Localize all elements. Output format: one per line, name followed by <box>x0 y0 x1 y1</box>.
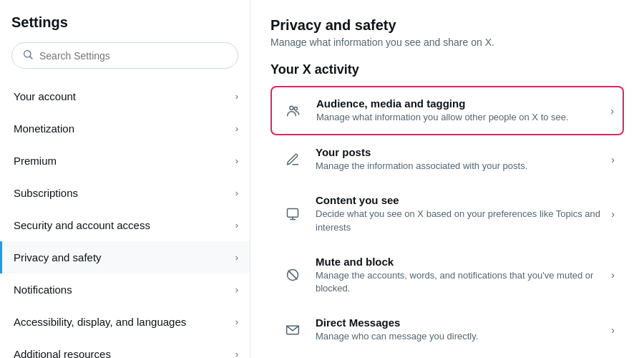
main-subtitle: Manage what information you see and shar… <box>270 37 624 48</box>
sidebar-item-security[interactable]: Security and account access › <box>0 209 250 241</box>
chevron-right-icon: › <box>235 252 238 263</box>
sidebar: Settings Your account › Monetization › P… <box>0 0 250 358</box>
item-desc: Manage the information associated with y… <box>316 160 601 173</box>
search-icon <box>22 49 34 62</box>
chevron-right-icon: › <box>235 316 238 327</box>
sidebar-item-label: Your account <box>14 90 76 102</box>
posts-icon <box>280 153 306 167</box>
chevron-right-icon: › <box>610 105 614 117</box>
sidebar-item-monetization[interactable]: Monetization › <box>0 112 250 145</box>
sidebar-item-label: Monetization <box>14 122 74 135</box>
audience-icon <box>280 104 306 118</box>
sidebar-item-label: Notifications <box>14 284 72 296</box>
chevron-right-icon: › <box>611 208 615 220</box>
sidebar-item-privacy[interactable]: Privacy and safety › <box>0 241 250 274</box>
setting-item-spaces[interactable]: Spaces Manage who can see your Spaces li… <box>270 354 624 358</box>
chevron-right-icon: › <box>235 349 238 358</box>
setting-item-direct-messages[interactable]: Direct Messages Manage who can message y… <box>270 306 624 354</box>
sidebar-item-label: Premium <box>14 155 57 167</box>
content-icon <box>280 207 306 221</box>
item-desc: Manage who can message you directly. <box>316 330 601 343</box>
mute-icon <box>280 268 306 282</box>
chevron-right-icon: › <box>611 154 615 165</box>
sidebar-item-label: Additional resources <box>14 348 111 358</box>
item-title: Audience, media and tagging <box>316 97 600 110</box>
search-box[interactable] <box>11 42 238 69</box>
setting-item-mute-block[interactable]: Mute and block Manage the accounts, word… <box>270 245 624 306</box>
sidebar-item-label: Accessibility, display, and languages <box>14 316 186 328</box>
chevron-right-icon: › <box>235 188 238 198</box>
chevron-right-icon: › <box>611 269 615 281</box>
setting-item-audience[interactable]: Audience, media and tagging Manage what … <box>270 86 624 135</box>
item-title: Content you see <box>316 194 601 206</box>
chevron-right-icon: › <box>235 91 238 102</box>
item-desc: Decide what you see on X based on your p… <box>316 208 601 233</box>
item-title: Your posts <box>316 146 601 158</box>
chevron-right-icon: › <box>611 324 615 336</box>
search-input[interactable] <box>39 50 228 62</box>
item-title: Direct Messages <box>316 316 601 329</box>
sidebar-item-subscriptions[interactable]: Subscriptions › <box>0 177 250 209</box>
svg-line-6 <box>288 271 297 280</box>
item-desc: Manage what information you allow other … <box>316 111 600 124</box>
item-desc: Manage the accounts, words, and notifica… <box>316 269 601 295</box>
main-title: Privacy and safety <box>270 17 624 34</box>
sidebar-item-premium[interactable]: Premium › <box>0 145 250 177</box>
section-title: Your X activity <box>270 62 624 77</box>
svg-point-2 <box>290 106 293 110</box>
sidebar-item-your-account[interactable]: Your account › <box>0 80 250 112</box>
chevron-right-icon: › <box>235 220 238 231</box>
sidebar-item-accessibility[interactable]: Accessibility, display, and languages › <box>0 306 250 338</box>
svg-point-3 <box>294 107 297 110</box>
sidebar-title: Settings <box>0 14 250 42</box>
sidebar-item-label: Privacy and safety <box>14 251 102 263</box>
svg-rect-4 <box>288 209 298 218</box>
svg-line-1 <box>30 57 32 59</box>
chevron-right-icon: › <box>235 155 238 166</box>
setting-item-content-you-see[interactable]: Content you see Decide what you see on X… <box>270 183 624 244</box>
chevron-right-icon: › <box>235 284 238 295</box>
chevron-right-icon: › <box>235 123 238 134</box>
settings-list: Audience, media and tagging Manage what … <box>270 86 624 358</box>
item-title: Mute and block <box>316 256 601 268</box>
setting-item-your-posts[interactable]: Your posts Manage the information associ… <box>270 135 624 183</box>
dm-icon <box>280 323 306 337</box>
main-content: Privacy and safety Manage what informati… <box>250 0 644 358</box>
sidebar-item-label: Subscriptions <box>14 187 78 199</box>
sidebar-item-label: Security and account access <box>14 219 150 231</box>
sidebar-item-notifications[interactable]: Notifications › <box>0 274 250 306</box>
sidebar-item-additional[interactable]: Additional resources › <box>0 338 250 358</box>
sidebar-nav: Your account › Monetization › Premium › … <box>0 80 250 358</box>
